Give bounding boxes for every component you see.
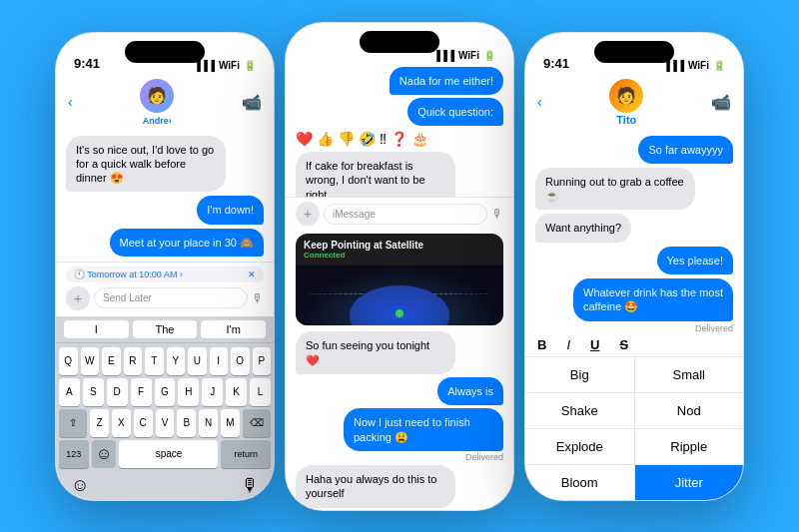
italic-button[interactable]: I xyxy=(566,337,570,352)
satellite-header: Keep Pointing at Satellite Connected xyxy=(296,234,503,266)
key-g[interactable]: G xyxy=(155,378,176,406)
mic-icon-2[interactable]: 🎙 xyxy=(491,207,503,221)
battery-icon: 🔋 xyxy=(244,60,256,71)
nav-header-3: ‹ 🧑 Tito 📹 xyxy=(525,75,743,132)
key-l[interactable]: L xyxy=(250,378,271,406)
key-o[interactable]: O xyxy=(231,347,250,375)
key-123[interactable]: 123 xyxy=(59,440,89,468)
effect-nod[interactable]: Nod xyxy=(635,393,744,428)
key-m[interactable]: M xyxy=(221,409,240,437)
effect-jitter[interactable]: Jitter xyxy=(635,465,744,500)
key-r[interactable]: R xyxy=(124,347,143,375)
effect-ripple[interactable]: Ripple xyxy=(635,429,744,464)
contact-name-3: Tito xyxy=(616,114,636,126)
message-bubble: Quick question: xyxy=(407,98,503,126)
key-z[interactable]: Z xyxy=(90,409,109,437)
imessage-input[interactable]: iMessage xyxy=(324,204,487,225)
plus-button-2[interactable]: + xyxy=(296,202,320,226)
keyboard-1: Q W E R T Y U I O P A S D F G H J K L ⇧ … xyxy=(56,343,274,500)
key-u[interactable]: U xyxy=(188,347,207,375)
key-q[interactable]: Q xyxy=(59,347,78,375)
key-i[interactable]: I xyxy=(210,347,229,375)
plus-button[interactable]: + xyxy=(66,286,90,310)
phone-2: ▐▐▐ WiFi 🔋 Nada for me either! Quick que… xyxy=(285,22,514,511)
key-x[interactable]: X xyxy=(112,409,131,437)
connection-dot xyxy=(396,309,403,317)
satellite-status: Connected xyxy=(304,251,495,260)
key-t[interactable]: T xyxy=(145,347,164,375)
effect-shake[interactable]: Shake xyxy=(525,393,634,428)
key-d[interactable]: D xyxy=(107,378,128,406)
back-button-1[interactable]: ‹ xyxy=(68,94,73,110)
mic-icon[interactable]: 🎙 xyxy=(252,291,264,305)
reaction-cake[interactable]: 🎂 xyxy=(411,131,428,147)
reaction-laugh[interactable]: 🤣 xyxy=(359,131,376,147)
key-delete[interactable]: ⌫ xyxy=(243,409,271,437)
message-bubble: Running out to grab a coffee ☕ xyxy=(535,168,695,211)
key-f[interactable]: F xyxy=(131,378,152,406)
video-call-button-1[interactable]: 📹 xyxy=(242,93,262,112)
effect-explode[interactable]: Explode xyxy=(525,429,634,464)
back-button-3[interactable]: ‹ xyxy=(537,94,542,110)
mic-dictation-icon[interactable]: 🎙 xyxy=(241,475,259,496)
wifi-icon: WiFi xyxy=(458,50,479,61)
contact-info-1[interactable]: 🧑 Andre› xyxy=(140,79,174,126)
format-toolbar: B I U S xyxy=(525,333,743,357)
delivered-label-3: Delivered xyxy=(695,323,733,333)
message-bubble: Yes please! xyxy=(657,247,733,274)
underline-button[interactable]: U xyxy=(590,337,599,352)
reaction-exclaim[interactable]: ‼️ xyxy=(380,131,387,147)
dynamic-island-1 xyxy=(125,41,205,63)
key-v[interactable]: V xyxy=(156,409,175,437)
strikethrough-button[interactable]: S xyxy=(619,337,628,352)
message-bubble: Want anything? xyxy=(535,214,631,242)
key-j[interactable]: J xyxy=(202,378,223,406)
nav-header-1: ‹ 🧑 Andre› 📹 xyxy=(56,75,274,132)
key-e[interactable]: E xyxy=(102,347,121,375)
message-bubble: So far awayyyy xyxy=(638,136,733,164)
signal-icon: ▐▐▐ xyxy=(433,50,454,61)
reaction-heart[interactable]: ❤️ xyxy=(296,131,313,147)
suggestion-item[interactable]: I xyxy=(64,320,129,338)
key-w[interactable]: W xyxy=(81,347,100,375)
close-icon[interactable]: ✕ xyxy=(248,269,256,279)
avatar-1: 🧑 xyxy=(140,79,174,113)
bold-button[interactable]: B xyxy=(537,337,546,352)
effect-bloom[interactable]: Bloom xyxy=(525,465,634,500)
message-bubble: Always is xyxy=(437,377,503,405)
suggestion-item[interactable]: I'm xyxy=(201,320,266,338)
phone-1: 9:41 ▐▐▐ WiFi 🔋 ‹ 🧑 Andre› 📹 It's so nic… xyxy=(55,32,275,501)
key-shift[interactable]: ⇧ xyxy=(59,409,87,437)
key-y[interactable]: Y xyxy=(167,347,186,375)
message-bubble: Meet at your place in 30 🙈 xyxy=(110,229,264,257)
suggestion-item[interactable]: The xyxy=(133,320,198,338)
key-s[interactable]: S xyxy=(83,378,104,406)
reaction-row: ❤️ 👍 👎 🤣 ‼️ ❓ 🎂 xyxy=(296,129,428,149)
message-input[interactable]: Send Later xyxy=(94,287,248,308)
key-n[interactable]: N xyxy=(199,409,218,437)
key-c[interactable]: C xyxy=(134,409,153,437)
key-k[interactable]: K xyxy=(226,378,247,406)
key-p[interactable]: P xyxy=(253,347,272,375)
key-b[interactable]: B xyxy=(177,409,196,437)
reaction-thumbsdown[interactable]: 👎 xyxy=(338,131,355,147)
reaction-question[interactable]: ❓ xyxy=(391,131,407,147)
wifi-icon: WiFi xyxy=(688,60,709,71)
key-emoji[interactable]: ☺ xyxy=(92,440,117,468)
key-a[interactable]: A xyxy=(59,378,80,406)
scheduled-badge[interactable]: 🕙 Tomorrow at 10:00 AM › ✕ xyxy=(66,266,264,282)
key-return[interactable]: return xyxy=(221,440,271,468)
wifi-icon: WiFi xyxy=(219,60,240,71)
reaction-thumbsup[interactable]: 👍 xyxy=(317,131,334,147)
emoji-picker-icon[interactable]: ☺ xyxy=(71,475,89,496)
delivered-label: Delivered xyxy=(465,452,503,462)
key-space[interactable]: space xyxy=(119,440,218,468)
key-h[interactable]: H xyxy=(178,378,199,406)
contact-info-3[interactable]: 🧑 Tito xyxy=(609,79,643,126)
message-bubble: Whatever drink has the most caffeine 🤩 xyxy=(573,278,733,321)
effect-big[interactable]: Big xyxy=(525,357,634,392)
video-call-button-3[interactable]: 📹 xyxy=(711,93,731,112)
message-bubble: Nada for me either! xyxy=(390,67,503,95)
status-icons-2: ▐▐▐ WiFi 🔋 xyxy=(433,50,495,61)
effect-small[interactable]: Small xyxy=(635,357,744,392)
